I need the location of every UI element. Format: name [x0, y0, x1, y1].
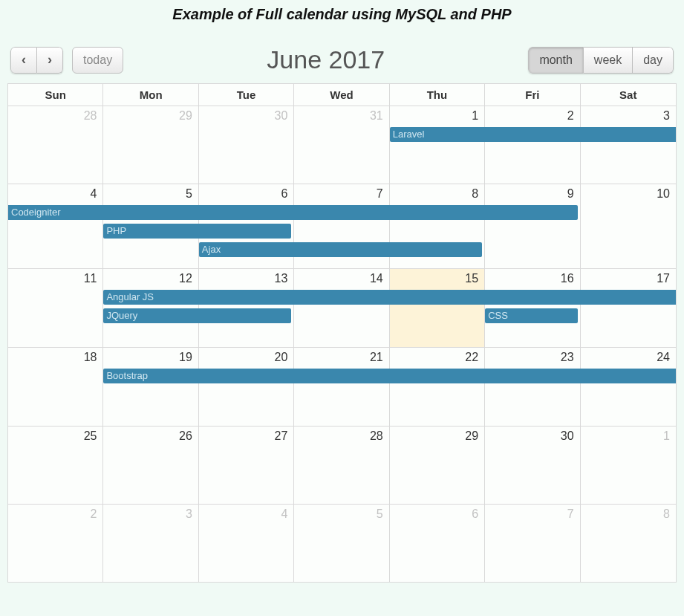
week-row: 28293031123Laravel — [8, 106, 676, 184]
day-cell[interactable]: 3 — [103, 505, 198, 582]
day-cell[interactable]: 2 — [8, 505, 103, 582]
day-cell[interactable]: 17 — [581, 269, 676, 347]
view-month-button[interactable]: month — [528, 47, 583, 74]
day-header: Wed — [294, 84, 389, 106]
day-number: 11 — [8, 272, 97, 285]
day-number: 3 — [581, 109, 670, 123]
day-number: 20 — [199, 351, 287, 364]
day-number: 6 — [199, 187, 287, 201]
day-number: 28 — [8, 109, 97, 123]
day-cell[interactable]: 7 — [485, 505, 580, 582]
day-cell[interactable]: 9 — [485, 184, 580, 268]
day-number: 23 — [485, 351, 573, 364]
day-number: 1 — [390, 109, 478, 123]
day-number: 15 — [390, 272, 478, 285]
day-number: 30 — [199, 109, 287, 123]
day-number: 5 — [294, 508, 382, 521]
day-number: 12 — [103, 272, 192, 285]
day-cell[interactable]: 5 — [294, 505, 389, 582]
view-button-group: month week day — [528, 47, 674, 74]
day-number: 6 — [390, 508, 478, 521]
week-row: 2526272829301 — [8, 427, 676, 505]
event[interactable]: Laravel — [390, 127, 676, 142]
day-number: 21 — [294, 351, 382, 364]
day-number: 2 — [485, 109, 573, 123]
day-number: 24 — [581, 351, 670, 364]
event[interactable]: Codeigniter — [8, 205, 578, 220]
day-number: 1 — [581, 429, 670, 443]
day-cell[interactable]: 8 — [581, 505, 676, 582]
day-number: 9 — [485, 187, 573, 201]
day-cell[interactable]: 4 — [8, 184, 103, 268]
chevron-right-icon: › — [48, 52, 52, 68]
day-cell[interactable]: 25 — [8, 427, 103, 504]
day-number: 7 — [294, 187, 382, 201]
day-row: 2345678 — [8, 505, 676, 582]
day-number: 4 — [199, 508, 287, 521]
event[interactable]: Bootstrap — [103, 369, 676, 383]
day-cell[interactable]: 31 — [294, 106, 389, 184]
day-number: 8 — [390, 187, 478, 201]
day-number: 26 — [103, 429, 192, 443]
day-cell[interactable]: 1 — [390, 106, 485, 184]
day-number: 25 — [8, 429, 97, 443]
day-cell[interactable]: 24 — [581, 348, 676, 426]
day-number: 28 — [294, 429, 382, 443]
event[interactable]: JQuery — [103, 308, 291, 323]
day-cell[interactable]: 18 — [8, 348, 103, 426]
day-header: Sun — [8, 84, 103, 106]
day-cell[interactable]: 14 — [294, 269, 389, 347]
day-cell[interactable]: 20 — [199, 348, 294, 426]
event[interactable]: Ajax — [199, 242, 482, 257]
day-cell[interactable]: 29 — [390, 427, 485, 504]
chevron-left-icon: ‹ — [22, 52, 26, 68]
calendar: SunMonTueWedThuFriSat 28293031123Laravel… — [7, 83, 677, 583]
day-cell[interactable]: 26 — [103, 427, 198, 504]
day-header: Thu — [390, 84, 485, 106]
day-row: 28293031123 — [8, 106, 676, 184]
day-cell[interactable]: 19 — [103, 348, 198, 426]
day-cell[interactable]: 30 — [199, 106, 294, 184]
week-row: 18192021222324Bootstrap — [8, 348, 676, 427]
day-cell[interactable]: 22 — [390, 348, 485, 426]
day-cell[interactable]: 30 — [485, 427, 580, 504]
day-number: 29 — [390, 429, 478, 443]
nav-button-group: ‹ › — [10, 47, 63, 74]
event[interactable]: CSS — [485, 308, 577, 323]
day-cell[interactable]: 29 — [103, 106, 198, 184]
day-cell[interactable]: 10 — [581, 184, 676, 268]
day-header: Fri — [485, 84, 580, 106]
day-cell[interactable]: 3 — [581, 106, 676, 184]
day-cell[interactable]: 23 — [485, 348, 580, 426]
day-number: 3 — [103, 508, 192, 521]
day-cell[interactable]: 28 — [294, 427, 389, 504]
day-cell[interactable]: 27 — [199, 427, 294, 504]
event[interactable]: Angular JS — [103, 290, 676, 305]
week-row: 45678910CodeigniterPHPAjax — [8, 184, 676, 269]
day-number: 19 — [103, 351, 192, 364]
day-cell[interactable]: 4 — [199, 505, 294, 582]
day-cell[interactable]: 1 — [581, 427, 676, 504]
day-cell[interactable]: 28 — [8, 106, 103, 184]
view-week-button[interactable]: week — [584, 47, 633, 74]
day-number: 2 — [8, 508, 97, 521]
day-number: 22 — [390, 351, 478, 364]
day-header-row: SunMonTueWedThuFriSat — [8, 84, 676, 106]
next-button[interactable]: › — [37, 47, 63, 74]
day-number: 18 — [8, 351, 97, 364]
day-header: Sat — [581, 84, 676, 106]
view-day-button[interactable]: day — [633, 47, 674, 74]
day-number: 31 — [294, 109, 382, 123]
day-cell[interactable]: 6 — [390, 505, 485, 582]
day-header: Mon — [103, 84, 198, 106]
day-row: 2526272829301 — [8, 427, 676, 504]
day-number: 7 — [485, 508, 573, 521]
event[interactable]: PHP — [103, 224, 291, 239]
day-number: 30 — [485, 429, 573, 443]
today-button[interactable]: today — [72, 47, 123, 74]
day-cell[interactable]: 2 — [485, 106, 580, 184]
day-cell[interactable]: 21 — [294, 348, 389, 426]
day-cell[interactable]: 11 — [8, 269, 103, 347]
prev-button[interactable]: ‹ — [10, 47, 37, 74]
day-cell[interactable]: 15 — [390, 269, 485, 347]
